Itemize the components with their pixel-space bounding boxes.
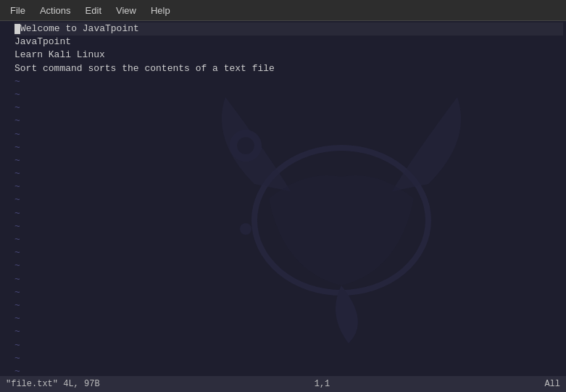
menubar: File Actions Edit View Help	[0, 0, 566, 21]
cursor-position: 1,1	[315, 379, 330, 389]
menu-actions[interactable]: Actions	[33, 2, 78, 19]
line-numbers	[0, 21, 12, 24]
menu-help[interactable]: Help	[143, 2, 178, 19]
file-info: "file.txt" 4L, 97B	[6, 379, 100, 389]
editor-area[interactable]: Welcome to JavaTpointJavaTpointLearn Kal…	[0, 21, 566, 376]
menu-view[interactable]: View	[109, 2, 143, 19]
menu-edit[interactable]: Edit	[78, 2, 109, 19]
statusbar: "file.txt" 4L, 97B 1,1 All	[0, 376, 566, 392]
menu-file[interactable]: File	[3, 2, 33, 19]
scroll-position: All	[544, 379, 560, 389]
content-area[interactable]: Welcome to JavaTpointJavaTpointLearn Kal…	[12, 21, 566, 376]
